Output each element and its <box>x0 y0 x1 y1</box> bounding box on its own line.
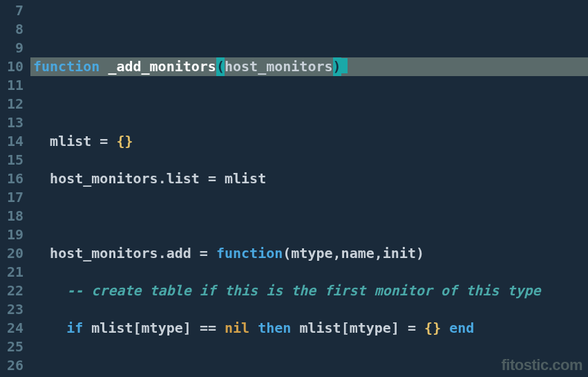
line-number: 21 <box>4 263 23 282</box>
code-line[interactable]: host_monitors.list = mlist <box>30 169 588 188</box>
code-line-current[interactable]: function _add_monitors(host_monitors) <box>30 57 588 76</box>
paren-open-icon: ( <box>216 57 225 76</box>
line-number: 14 <box>4 132 23 151</box>
line-number: 17 <box>4 188 23 207</box>
line-number: 9 <box>4 39 23 57</box>
line-number: 22 <box>4 282 23 300</box>
code-line[interactable]: host_monitors.add = function(mtype,name,… <box>30 244 588 263</box>
line-number: 25 <box>4 338 23 356</box>
comment: -- create table if this is the first mon… <box>66 282 540 299</box>
line-number: 7 <box>4 1 23 20</box>
code-editor[interactable]: 7 8 9 10 11 12 13 14 15 16 17 18 19 20 2… <box>0 0 588 377</box>
code-line[interactable]: mlist = {} <box>30 132 588 151</box>
code-line[interactable]: if mlist[mtype] == nil then mlist[mtype]… <box>30 319 588 338</box>
line-number: 13 <box>4 113 23 132</box>
line-number: 16 <box>4 169 23 188</box>
line-number: 11 <box>4 76 23 95</box>
code-line[interactable] <box>30 20 588 39</box>
line-number: 19 <box>4 226 23 244</box>
keyword-function: function <box>33 58 99 75</box>
line-number: 26 <box>4 356 23 375</box>
line-number: 10 <box>4 57 23 76</box>
code-area[interactable]: function _add_monitors(host_monitors) ml… <box>30 0 588 377</box>
line-number: 24 <box>4 319 23 338</box>
code-line[interactable]: -- create table if this is the first mon… <box>30 282 588 300</box>
cursor-icon <box>341 58 348 73</box>
parameter: host_monitors <box>225 58 333 75</box>
line-number-gutter: 7 8 9 10 11 12 13 14 15 16 17 18 19 20 2… <box>0 0 30 377</box>
code-line[interactable] <box>30 207 588 226</box>
line-number: 12 <box>4 95 23 113</box>
line-number: 15 <box>4 151 23 169</box>
paren-close-icon: ) <box>333 57 341 76</box>
watermark-text: fitostic.com <box>502 356 582 374</box>
code-line[interactable] <box>30 95 588 113</box>
line-number: 8 <box>4 20 23 39</box>
line-number: 20 <box>4 244 23 263</box>
function-name: _add_monitors <box>108 58 216 75</box>
line-number: 18 <box>4 207 23 226</box>
line-number: 23 <box>4 300 23 319</box>
